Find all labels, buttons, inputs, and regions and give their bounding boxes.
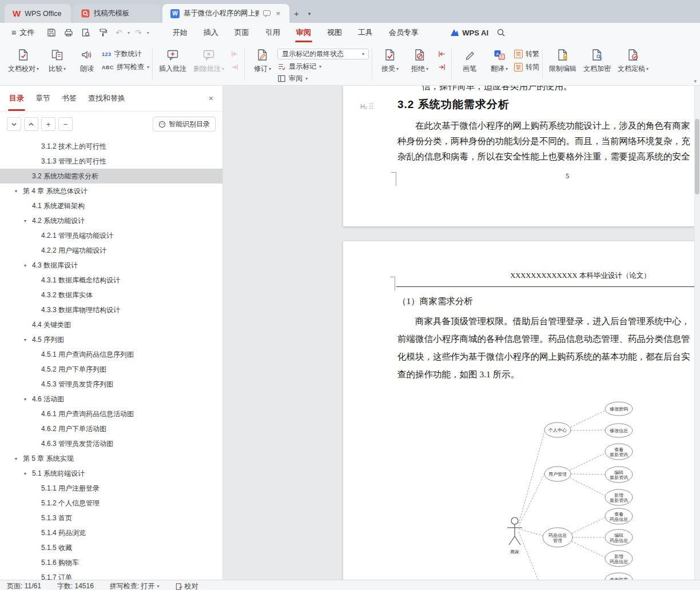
spell-check-button[interactable]: ABC 拼写检查 ▾ bbox=[102, 62, 149, 73]
tab-document-active[interactable]: W 基于微信小程序的网上购药系 × bbox=[162, 4, 289, 23]
toc-item[interactable]: 3.1.3 管理上的可行性 bbox=[0, 154, 222, 169]
collapse-arrow-icon[interactable]: ▾ bbox=[15, 189, 17, 194]
markup-state-select[interactable]: 显示标记的最终状态 ▾ bbox=[277, 49, 369, 59]
toc-item[interactable]: 4.3.3 数据库物理结构设计 bbox=[0, 302, 222, 317]
undo-history-chevron-icon[interactable]: ▾ bbox=[127, 30, 130, 35]
toc-item[interactable]: ▾第 4 章 系统总体设计 bbox=[0, 184, 222, 198]
traditional-to-simplified-button[interactable]: 繁 转简 bbox=[514, 62, 539, 73]
doc-proofread-button[interactable]: 文档校对▾ bbox=[5, 45, 42, 83]
spellcheck-indicator[interactable]: 拼写检查: 打开 ▾ bbox=[110, 581, 160, 590]
proofread-indicator[interactable]: 校对 bbox=[176, 581, 198, 590]
toc-item[interactable]: 4.2.1 管理员端功能设计 bbox=[0, 228, 222, 243]
document-page-6[interactable]: XXXXXXXXXXXXX 本科毕业设计（论文） （1）商家需求分析 商家具备顶… bbox=[343, 241, 700, 580]
zoom-out-outline-button[interactable]: − bbox=[58, 117, 73, 131]
next-comment-button[interactable] bbox=[228, 62, 241, 73]
toc-item[interactable]: 4.5.1 用户查询药品信息序列图 bbox=[0, 347, 222, 362]
insert-comment-button[interactable]: 插入批注 bbox=[156, 45, 190, 83]
sidebar-tab[interactable]: 目录 bbox=[3, 86, 30, 111]
toc-item[interactable]: 4.4 关键类图 bbox=[0, 317, 222, 332]
new-tab-button[interactable]: + bbox=[289, 4, 304, 23]
collapse-all-button[interactable] bbox=[24, 117, 38, 131]
menu-item[interactable]: 页面 bbox=[226, 23, 257, 42]
toc-item[interactable]: ▾4.3 数据库设计 bbox=[0, 258, 222, 273]
expand-all-button[interactable] bbox=[7, 117, 21, 131]
toc-item[interactable]: 5.1.6 购物车 bbox=[0, 555, 222, 570]
toc-item[interactable]: ▾5.1 系统前端设计 bbox=[0, 466, 222, 481]
toc-item[interactable]: 5.1.1 用户注册登录 bbox=[0, 481, 222, 496]
toc-item[interactable]: 4.5.2 用户下单序列图 bbox=[0, 362, 222, 377]
drag-handle-icon[interactable] bbox=[369, 102, 373, 110]
accept-revision-button[interactable]: 接受▾ bbox=[375, 45, 405, 83]
collapse-arrow-icon[interactable]: ▾ bbox=[24, 471, 26, 476]
sidebar-tab[interactable]: 章节 bbox=[30, 86, 56, 111]
collapse-ribbon-chevron-icon[interactable]: ▾ bbox=[694, 78, 697, 84]
sidebar-tab[interactable]: 查找和替换 bbox=[82, 86, 131, 111]
collapse-arrow-icon[interactable]: ▾ bbox=[24, 218, 26, 224]
collapse-arrow-icon[interactable]: ▾ bbox=[24, 263, 26, 268]
compare-button[interactable]: 比较▾ bbox=[42, 45, 72, 83]
toc-item[interactable]: 5.1.5 收藏 bbox=[0, 540, 222, 555]
heading-level-tag[interactable]: H₂ bbox=[360, 102, 373, 110]
menu-item[interactable]: 引用 bbox=[257, 23, 288, 42]
collapse-arrow-icon[interactable]: ▾ bbox=[15, 456, 17, 461]
zoom-in-outline-button[interactable]: + bbox=[41, 117, 55, 131]
redo-button[interactable]: ↷ bbox=[132, 23, 145, 42]
wps-ai-button[interactable]: WPS AI bbox=[450, 29, 488, 37]
toc-item[interactable]: ▾4.5 序列图 bbox=[0, 332, 222, 347]
menu-item[interactable]: 开始 bbox=[165, 23, 196, 42]
toc-item[interactable]: 5.1.4 药品浏览 bbox=[0, 525, 222, 540]
delete-comment-button[interactable]: 删除批注▾ bbox=[190, 45, 228, 83]
search-button[interactable] bbox=[496, 28, 506, 37]
finalize-document-button[interactable]: 文档定稿▾ bbox=[614, 45, 652, 83]
collapse-arrow-icon[interactable]: ▾ bbox=[24, 337, 26, 342]
simplified-to-traditional-button[interactable]: 简 转繁 bbox=[514, 49, 539, 59]
collapse-arrow-icon[interactable]: ▾ bbox=[24, 397, 26, 402]
toc-item[interactable]: 5.1.2 个人信息管理 bbox=[0, 496, 222, 511]
reject-revision-button[interactable]: 拒绝▾ bbox=[405, 45, 435, 83]
menu-item[interactable]: 视图 bbox=[319, 23, 350, 42]
toc-item[interactable]: 5.1.3 首页 bbox=[0, 511, 222, 525]
save-button[interactable] bbox=[43, 23, 59, 42]
page-indicator[interactable]: 页面: 11/61 bbox=[7, 581, 41, 590]
previous-comment-button[interactable] bbox=[228, 49, 241, 59]
format-painter-button[interactable] bbox=[95, 23, 111, 42]
encrypt-document-button[interactable]: 文档加密 bbox=[580, 45, 614, 83]
toc-item[interactable]: 4.3.2 数据库实体 bbox=[0, 288, 222, 302]
toc-item[interactable]: 4.5.3 管理员发货序列图 bbox=[0, 377, 222, 392]
tab-close-icon[interactable]: × bbox=[275, 9, 281, 18]
word-count-button[interactable]: 123 字数统计 bbox=[102, 49, 149, 59]
toc-item[interactable]: 4.6.3 管理员发货活动图 bbox=[0, 436, 222, 451]
menu-item[interactable]: 会员专享 bbox=[381, 23, 427, 42]
document-page-5[interactable]: 信，操作简单，适应各类用户的使用。 H₂ 3.2 系统功能需求分析 在此次基于微… bbox=[343, 86, 700, 226]
restrict-editing-button[interactable]: 限制编辑 bbox=[546, 45, 580, 83]
previous-revision-button[interactable] bbox=[435, 49, 448, 59]
ink-brush-button[interactable]: 画笔 bbox=[455, 45, 484, 83]
toc-item[interactable]: ▾4.2 系统功能设计 bbox=[0, 213, 222, 228]
toc-item[interactable]: ▾4.6 活动图 bbox=[0, 392, 222, 406]
menu-item[interactable]: 审阅 bbox=[288, 23, 319, 42]
sidebar-tab[interactable]: 书签 bbox=[56, 86, 82, 111]
menu-item[interactable]: 工具 bbox=[350, 23, 381, 42]
print-button[interactable] bbox=[61, 23, 77, 42]
toc-item[interactable]: 4.3.1 数据库概念结构设计 bbox=[0, 273, 222, 288]
toc-item[interactable]: 4.2.2 用户端功能设计 bbox=[0, 243, 222, 258]
track-changes-button[interactable]: 修订▾ bbox=[248, 45, 277, 83]
tab-list-chevron-icon[interactable]: ▾ bbox=[304, 4, 316, 23]
translate-button[interactable]: A文 翻译▾ bbox=[484, 45, 514, 83]
toc-item[interactable]: 3.1.2 技术上的可行性 bbox=[0, 139, 222, 154]
toc-item[interactable]: ▾第 5 章 系统实现 bbox=[0, 451, 222, 466]
quick-access-customize-chevron-icon[interactable]: ▾ bbox=[146, 30, 150, 35]
toc-item[interactable]: 4.1 系统逻辑架构 bbox=[0, 198, 222, 213]
read-aloud-button[interactable]: 朗读 bbox=[72, 45, 102, 83]
show-markup-button[interactable]: 显示标记 ▾ bbox=[277, 62, 369, 71]
toc-item[interactable]: 4.6.2 用户下单活动图 bbox=[0, 421, 222, 436]
toc-item[interactable]: 4.6.1 用户查询药品信息活动图 bbox=[0, 406, 222, 421]
scrollbar-thumb[interactable] bbox=[695, 119, 699, 194]
file-menu-button[interactable]: ≡ 文件 bbox=[6, 23, 40, 42]
toc-item[interactable]: 3.2 系统功能需求分析 bbox=[0, 169, 222, 184]
document-area[interactable]: 信，操作简单，适应各类用户的使用。 H₂ 3.2 系统功能需求分析 在此次基于微… bbox=[223, 86, 700, 580]
sidebar-close-icon[interactable]: × bbox=[203, 86, 219, 111]
print-preview-button[interactable] bbox=[78, 23, 94, 42]
word-count-indicator[interactable]: 字数: 14516 bbox=[57, 581, 94, 590]
tab-template-store[interactable]: 找稿壳模板 bbox=[73, 4, 160, 23]
